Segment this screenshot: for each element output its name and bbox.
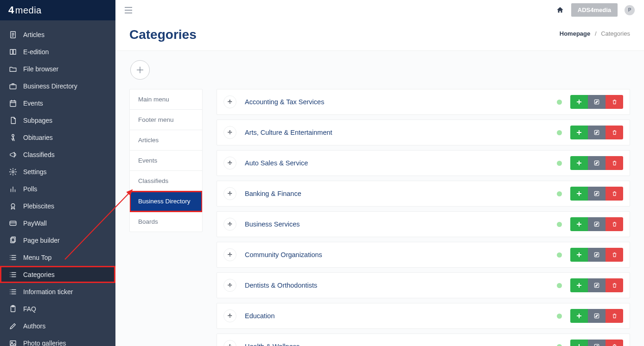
- sidebar-item-page-builder[interactable]: Page builder: [0, 232, 115, 249]
- edit-button[interactable]: [588, 126, 606, 139]
- move-icon[interactable]: [223, 95, 236, 108]
- sidebar-item-subpages[interactable]: Subpages: [0, 112, 115, 129]
- list-icon: [8, 253, 18, 262]
- move-icon[interactable]: [223, 248, 236, 261]
- sidebar-item-paywall[interactable]: PayWall: [0, 214, 115, 232]
- sidebar-item-label: E-edition: [23, 48, 49, 56]
- sidebar-item-label: Plebiscites: [23, 202, 54, 210]
- sidebar-item-photo-galleries[interactable]: Photo galleries: [0, 334, 115, 346]
- category-row: Auto Sales & Service: [217, 150, 630, 176]
- edit-button[interactable]: [588, 95, 606, 109]
- row-actions: [570, 126, 623, 139]
- move-icon[interactable]: [223, 157, 236, 170]
- sidebar-item-file-browser[interactable]: File browser: [0, 60, 115, 77]
- add-child-button[interactable]: [570, 95, 588, 109]
- move-icon[interactable]: [223, 309, 236, 322]
- sidebar-item-label: Photo galleries: [23, 340, 66, 346]
- status-dot: [557, 283, 562, 288]
- delete-button[interactable]: [606, 95, 623, 109]
- book-icon: [8, 47, 18, 57]
- add-button[interactable]: [130, 60, 150, 80]
- edit-button[interactable]: [588, 248, 606, 262]
- row-actions: [570, 309, 623, 323]
- category-name[interactable]: Education: [245, 312, 557, 320]
- delete-button[interactable]: [606, 248, 623, 262]
- add-child-button[interactable]: [570, 340, 588, 346]
- delete-button[interactable]: [606, 187, 623, 201]
- sidebar-item-information-ticker[interactable]: Information ticker: [0, 283, 115, 300]
- menu-panel-item-classifieds[interactable]: Classifieds: [130, 171, 202, 191]
- add-child-button[interactable]: [570, 187, 588, 201]
- move-icon[interactable]: [223, 126, 236, 139]
- delete-button[interactable]: [606, 126, 623, 139]
- sidebar-item-label: Polls: [23, 185, 37, 193]
- move-icon[interactable]: [223, 279, 236, 292]
- edit-button[interactable]: [588, 156, 606, 170]
- folder-icon: [8, 64, 18, 74]
- add-child-button[interactable]: [570, 217, 588, 231]
- sidebar-item-settings[interactable]: Settings: [0, 163, 115, 180]
- edit-button[interactable]: [588, 309, 606, 323]
- menu-panel-item-articles[interactable]: Articles: [130, 130, 202, 151]
- sidebar-item-label: Page builder: [23, 237, 60, 244]
- menu-panel-item-events[interactable]: Events: [130, 151, 202, 171]
- add-child-button[interactable]: [570, 248, 588, 262]
- sidebar-item-polls[interactable]: Polls: [0, 180, 115, 197]
- category-row: Business Services: [217, 211, 630, 237]
- edit-button[interactable]: [588, 340, 606, 346]
- badge-icon: [8, 201, 18, 211]
- sidebar-item-e-edition[interactable]: E-edition: [0, 43, 115, 60]
- category-name[interactable]: Community Organizations: [245, 251, 557, 258]
- add-child-button[interactable]: [570, 126, 588, 139]
- edit-button[interactable]: [588, 187, 606, 201]
- menu-toggle-icon[interactable]: [125, 7, 132, 13]
- page-icon: [8, 116, 18, 125]
- add-child-button[interactable]: [570, 309, 588, 323]
- brand-button[interactable]: ADS4media: [571, 3, 618, 17]
- sidebar-item-menu-top[interactable]: Menu Top: [0, 249, 115, 266]
- move-icon[interactable]: [223, 218, 236, 231]
- move-icon[interactable]: [223, 187, 236, 200]
- status-dot: [557, 252, 562, 258]
- delete-button[interactable]: [606, 217, 623, 231]
- svg-rect-14: [10, 221, 16, 225]
- row-actions: [570, 217, 623, 231]
- sidebar-item-classifieds[interactable]: Classifieds: [0, 146, 115, 163]
- briefcase-icon: [8, 82, 18, 91]
- menu-panel-item-footer-menu[interactable]: Footer menu: [130, 110, 202, 130]
- avatar[interactable]: P: [625, 5, 635, 15]
- category-name[interactable]: Health & Wellness: [245, 343, 557, 346]
- sidebar-item-categories[interactable]: Categories: [0, 266, 115, 283]
- menu-panel-item-boards[interactable]: Boards: [130, 212, 202, 232]
- delete-button[interactable]: [606, 309, 623, 323]
- category-name[interactable]: Banking & Finance: [245, 190, 557, 197]
- row-actions: [570, 187, 623, 201]
- sidebar-item-obituaries[interactable]: Obituaries: [0, 129, 115, 146]
- edit-button[interactable]: [588, 278, 606, 292]
- sidebar-item-label: Classifieds: [23, 151, 55, 158]
- sidebar-item-authors[interactable]: Authors: [0, 317, 115, 334]
- add-child-button[interactable]: [570, 156, 588, 170]
- delete-button[interactable]: [606, 278, 623, 292]
- sidebar-item-events[interactable]: Events: [0, 94, 115, 112]
- sidebar-item-faq[interactable]: FAQ: [0, 300, 115, 317]
- sidebar-item-label: Authors: [23, 322, 45, 330]
- edit-button[interactable]: [588, 217, 606, 231]
- sidebar-item-business-directory[interactable]: Business Directory: [0, 77, 115, 94]
- sidebar-item-plebiscites[interactable]: Plebiscites: [0, 197, 115, 214]
- menu-panel-item-business-directory[interactable]: Business Directory: [130, 191, 202, 212]
- category-name[interactable]: Arts, Culture & Entertainment: [245, 129, 557, 136]
- sidebar-item-articles[interactable]: Articles: [0, 26, 115, 43]
- add-child-button[interactable]: [570, 278, 588, 292]
- category-name[interactable]: Auto Sales & Service: [245, 159, 557, 167]
- category-name[interactable]: Business Services: [245, 220, 557, 228]
- home-icon[interactable]: [556, 6, 564, 14]
- breadcrumb-home[interactable]: Homepage: [560, 30, 590, 37]
- status-dot: [557, 130, 562, 135]
- category-name[interactable]: Accounting & Tax Services: [245, 98, 557, 106]
- menu-panel-item-main-menu[interactable]: Main menu: [130, 89, 202, 110]
- move-icon[interactable]: [223, 340, 236, 346]
- delete-button[interactable]: [606, 156, 623, 170]
- category-name[interactable]: Dentists & Orthodontists: [245, 282, 557, 289]
- delete-button[interactable]: [606, 340, 623, 346]
